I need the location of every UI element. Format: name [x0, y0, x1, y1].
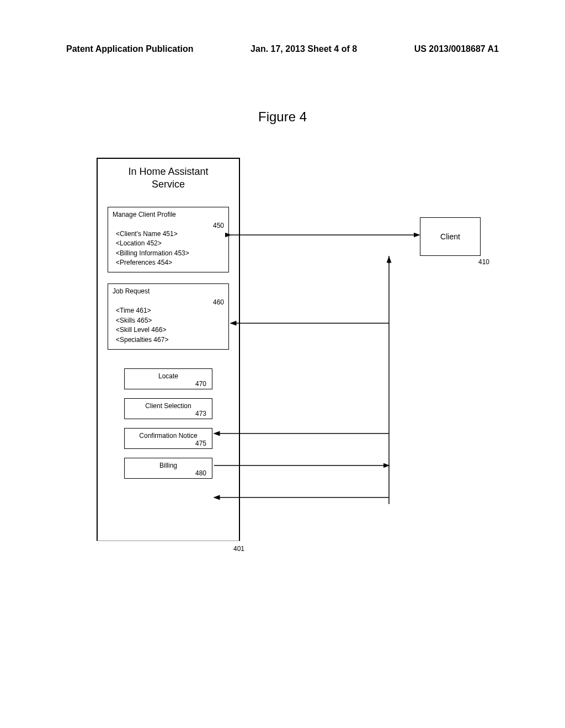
job-field: <Skills 465>	[116, 316, 224, 325]
profile-field: <Client's Name 451>	[116, 229, 224, 239]
locate-label: Locate	[127, 372, 210, 380]
billing-label: Billing	[127, 462, 210, 469]
service-container: In Home Assistant Service Manage Client …	[97, 158, 240, 541]
selection-label: Client Selection	[127, 402, 210, 410]
job-box-title: Job Request	[113, 287, 150, 295]
locate-box: Locate 470	[124, 368, 212, 389]
client-selection-box: Client Selection 473	[124, 398, 212, 419]
service-title-line2: Service	[152, 179, 185, 190]
selection-num: 473	[127, 410, 210, 417]
client-ref: 410	[478, 258, 489, 266]
job-field: <Specialties 467>	[116, 335, 224, 345]
manage-client-profile-box: Manage Client Profile 450 <Client's Name…	[108, 207, 229, 273]
service-title-line1: In Home Assistant	[128, 166, 208, 177]
diagram: In Home Assistant Service Manage Client …	[97, 158, 483, 555]
client-box: Client	[420, 217, 481, 256]
profile-field: <Billing Information 453>	[116, 249, 224, 258]
header-center: Jan. 17, 2013 Sheet 4 of 8	[250, 44, 357, 54]
billing-num: 480	[127, 469, 210, 477]
locate-num: 470	[127, 380, 210, 388]
job-fields: <Time 461> <Skills 465> <Skill Level 466…	[113, 306, 224, 345]
confirmation-box: Confirmation Notice 475	[124, 428, 212, 449]
profile-box-num: 450	[113, 222, 224, 229]
job-request-box: Job Request 460 <Time 461> <Skills 465> …	[108, 283, 229, 350]
job-box-num: 460	[113, 298, 224, 306]
service-ref: 401	[233, 545, 244, 553]
profile-field: <Preferences 454>	[116, 258, 224, 267]
header-right: US 2013/0018687 A1	[414, 44, 499, 54]
profile-fields: <Client's Name 451> <Location 452> <Bill…	[113, 229, 224, 268]
job-field: <Time 461>	[116, 306, 224, 315]
service-title: In Home Assistant Service	[108, 165, 229, 191]
client-label: Client	[440, 232, 460, 241]
job-field: <Skill Level 466>	[116, 325, 224, 335]
profile-field: <Location 452>	[116, 239, 224, 248]
profile-box-title: Manage Client Profile	[113, 211, 176, 218]
header-left: Patent Application Publication	[66, 44, 194, 54]
figure-title: Figure 4	[0, 109, 565, 125]
confirm-num: 475	[127, 440, 210, 447]
page-header: Patent Application Publication Jan. 17, …	[0, 0, 565, 54]
confirm-label: Confirmation Notice	[127, 432, 210, 440]
billing-box: Billing 480	[124, 458, 212, 479]
